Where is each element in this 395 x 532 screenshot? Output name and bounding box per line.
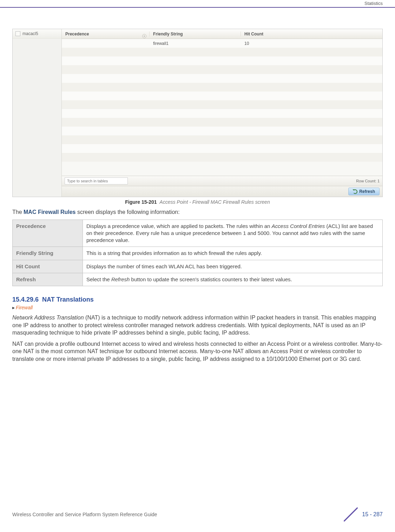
def-desc-pre: Displays a precedence value, which are a… [86,223,272,229]
table-footer: Row Count: 1 Refresh [62,176,382,197]
def-row-precedence: Precedence Displays a precedence value, … [13,220,383,247]
definition-table: Precedence Displays a precedence value, … [12,220,383,287]
table-row [62,100,382,109]
table-row [62,74,382,83]
cell-hit: 10 [241,41,382,46]
footer-slash-icon [344,507,358,521]
row-count-value: 1 [377,179,380,183]
def-desc: Displays a precedence value, which are a… [83,220,383,247]
def-label: Precedence [13,220,83,247]
cell-friendly: firewall1 [150,41,241,46]
table-row [62,135,382,144]
intro-paragraph: The MAC Firewall Rules screen displays t… [12,208,383,216]
col-header-precedence[interactable]: Precedence • [62,32,150,36]
nat-paragraph-1: Network Address Translation (NAT) is a t… [12,314,383,337]
def-desc-pre: This is a string that provides informati… [86,250,262,256]
def-row-friendly: Friendly String This is a string that pr… [13,247,383,260]
def-desc: Select the Refresh button to update the … [83,273,383,286]
def-desc-pre: Displays the number of times each WLAN A… [86,263,242,269]
def-desc: Displays the number of times each WLAN A… [83,260,383,273]
breadcrumb-arrow-icon: ▸ [12,305,15,310]
col-header-friendly[interactable]: Friendly String [150,32,241,36]
header-section-label: Statistics [364,1,383,6]
table-body: firewall1 10 [62,39,382,176]
breadcrumb-link[interactable]: Firewall [16,305,33,310]
section-title: NAT Translations [42,296,94,303]
table-row [62,118,382,127]
sidebar-item-label: macacl5 [22,31,38,36]
intro-term: MAC Firewall Rules [24,209,75,215]
intro-pre: The [12,209,24,215]
nat-paragraph-2: NAT can provide a profile outbound Inter… [12,340,383,363]
device-icon [15,31,20,36]
app-main: Precedence • Friendly String Hit Count f… [62,29,382,197]
def-desc-em: Access Control Entries [272,223,325,229]
def-row-hitcount: Hit Count Displays the number of times e… [13,260,383,273]
def-desc-em: Refresh [111,276,130,282]
table-row [62,48,382,56]
def-desc-post: button to update the screen's statistics… [130,276,292,282]
def-label: Friendly String [13,247,83,260]
footer-page-number: 15 - 287 [362,511,383,518]
table-row [62,83,382,92]
search-input[interactable] [65,177,128,184]
refresh-button[interactable]: Refresh [348,188,380,195]
def-label: Hit Count [13,260,83,273]
sidebar-item-macacl[interactable]: macacl5 [13,29,61,39]
intro-post: screen displays the following informatio… [76,209,180,215]
table-row [62,153,382,162]
footer-guide-title: Wireless Controller and Service Platform… [12,512,157,517]
def-desc: This is a string that provides informati… [83,247,383,260]
section-heading: 15.4.29.6 NAT Translations [12,296,383,303]
row-count-label: Row Count: [356,179,376,183]
app-sidebar: macacl5 [13,29,62,197]
page-footer: Wireless Controller and Service Platform… [12,507,383,521]
app-screenshot: macacl5 Precedence • Friendly String Hit… [12,29,383,197]
figure-caption: Figure 15-201 Access Point - Firewall MA… [12,199,383,205]
table-row [62,109,382,118]
sort-indicator-icon[interactable]: • [142,34,146,38]
refresh-icon [353,189,357,194]
table-header: Precedence • Friendly String Hit Count [62,29,382,39]
table-row [62,127,382,135]
table-row [62,56,382,65]
breadcrumb[interactable]: ▸Firewall [12,305,383,310]
nat-p1-term: Network Address Translation [12,315,84,321]
refresh-button-label: Refresh [359,189,375,194]
table-row [62,92,382,100]
table-row [62,65,382,74]
col-header-hit[interactable]: Hit Count [241,32,382,36]
def-row-refresh: Refresh Select the Refresh button to upd… [13,273,383,286]
table-row[interactable]: firewall1 10 [62,39,382,48]
row-count: Row Count: 1 [356,179,380,183]
def-desc-pre: Select the [86,276,111,282]
figure-number: Figure 15-201 [125,199,157,205]
col-header-precedence-label: Precedence [65,32,89,36]
def-label: Refresh [13,273,83,286]
table-row [62,144,382,153]
section-number: 15.4.29.6 [12,296,39,303]
figure-title: Access Point - Firewall MAC Firewall Rul… [159,199,270,205]
